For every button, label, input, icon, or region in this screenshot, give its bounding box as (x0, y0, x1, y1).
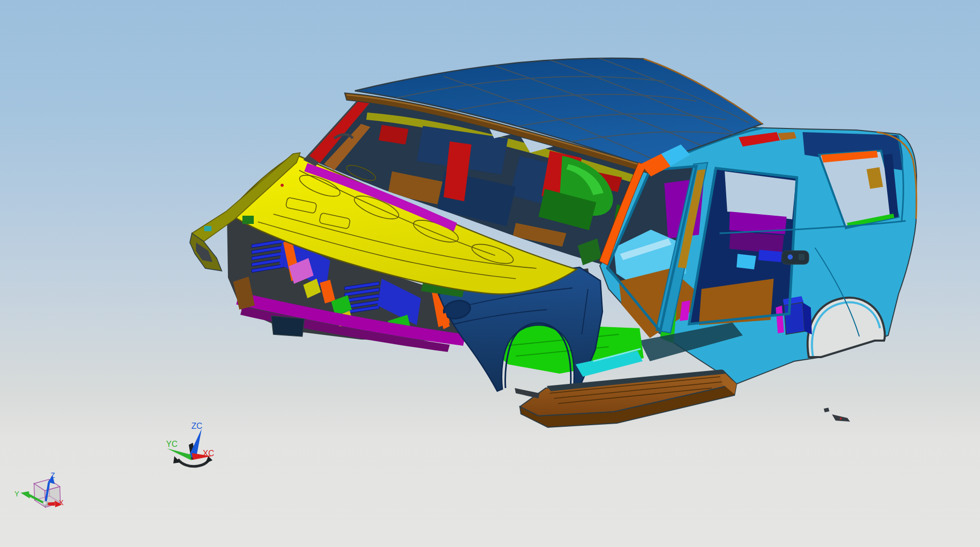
fender-green-bit[interactable] (242, 216, 254, 224)
wcs-yc-axis[interactable] (167, 448, 191, 460)
abs-z-label: Z (51, 471, 55, 479)
rear-floor-blue-bit[interactable] (758, 250, 782, 262)
small-part-1[interactable] (824, 408, 829, 412)
small-part-red-dot (840, 417, 842, 420)
wcs-zc-label: ZC (191, 422, 202, 430)
air-dam-navy[interactable] (271, 316, 304, 336)
abs-x-label: X (59, 498, 64, 507)
abs-origin-sphere (43, 501, 48, 506)
handle-glint (788, 254, 793, 260)
abs-triad: Z Y X (14, 471, 64, 507)
abs-y-label: Y (14, 490, 20, 498)
model-canvas[interactable]: ZC YC XC Z Y X (0, 0, 980, 547)
rear-floor-cyan-bit[interactable] (737, 254, 756, 269)
fender-teal-bit[interactable] (204, 226, 211, 231)
wcs-xc-label: XC (203, 449, 214, 458)
wcs-yc-label: YC (166, 440, 177, 448)
wcs-triad[interactable]: ZC YC XC (166, 422, 214, 466)
loose-parts[interactable] (824, 408, 850, 422)
door-handle[interactable] (782, 251, 809, 264)
jounce-bracket-blue-front[interactable] (784, 302, 805, 334)
cad-viewport[interactable]: ZC YC XC Z Y X (0, 0, 980, 547)
handle-notch (798, 254, 805, 260)
running-board-bracket (515, 388, 540, 398)
hood-red-dot (281, 184, 284, 187)
